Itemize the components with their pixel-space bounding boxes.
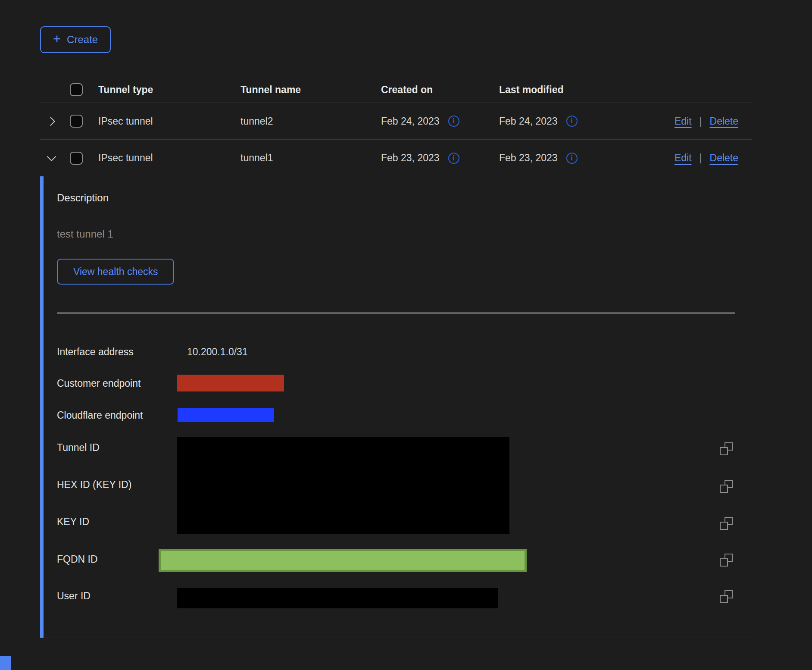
chevron-down-icon — [47, 152, 56, 161]
header-tunnel-type: Tunnel type — [98, 84, 240, 96]
tunnel-id-label: Tunnel ID — [57, 441, 100, 454]
cloudflare-endpoint-label: Cloudflare endpoint — [57, 409, 143, 421]
edit-link[interactable]: Edit — [675, 116, 692, 127]
hex-id-label: HEX ID (KEY ID) — [57, 479, 131, 491]
tunnels-table: Tunnel type Tunnel name Created on Last … — [40, 65, 752, 176]
delete-link[interactable]: Delete — [710, 152, 738, 164]
user-id-redacted-value — [177, 588, 498, 608]
plus-icon: + — [53, 32, 61, 46]
fqdn-id-label: FQDN ID — [57, 553, 98, 565]
create-button-label: Create — [67, 34, 98, 46]
copy-icon — [720, 554, 733, 567]
created-on-cell: Feb 24, 2023 — [381, 116, 440, 127]
copy-user-id-button[interactable] — [720, 590, 734, 604]
customer-endpoint-redacted-value — [177, 375, 284, 391]
last-modified-cell: Feb 24, 2023 — [499, 116, 558, 127]
bottom-left-accent — [0, 656, 11, 670]
header-tunnel-name: Tunnel name — [240, 84, 381, 96]
delete-link[interactable]: Delete — [710, 116, 738, 127]
copy-icon — [720, 590, 733, 603]
last-modified-cell: Feb 23, 2023 — [499, 152, 558, 164]
edit-link[interactable]: Edit — [675, 152, 692, 164]
tunnel-type-cell: IPsec tunnel — [98, 116, 240, 127]
copy-icon — [720, 480, 733, 493]
interface-address-label: Interface address — [57, 346, 134, 358]
expand-row-button[interactable] — [43, 113, 60, 130]
description-value: test tunnel 1 — [57, 228, 113, 240]
table-row: IPsec tunnel tunnel1 Feb 23, 2023 i Feb … — [40, 140, 752, 176]
table-row: IPsec tunnel tunnel2 Feb 24, 2023 i Feb … — [40, 103, 752, 140]
header-last-modified: Last modified — [499, 84, 624, 96]
customer-endpoint-label: Customer endpoint — [57, 377, 141, 389]
tunnel-type-cell: IPsec tunnel — [98, 152, 240, 164]
copy-icon — [720, 442, 733, 455]
collapse-row-button[interactable] — [43, 150, 60, 167]
fqdn-id-redacted-value — [159, 549, 527, 572]
tunnel-name-cell: tunnel1 — [240, 152, 381, 164]
copy-tunnel-id-button[interactable] — [720, 442, 734, 456]
key-id-label: KEY ID — [57, 516, 89, 528]
section-divider — [57, 313, 735, 313]
description-label: Description — [57, 192, 109, 204]
table-header: Tunnel type Tunnel name Created on Last … — [40, 65, 752, 103]
copy-key-id-button[interactable] — [720, 517, 734, 530]
cloudflare-endpoint-redacted-value — [178, 408, 274, 422]
copy-icon — [720, 517, 733, 530]
info-icon[interactable]: i — [448, 116, 459, 127]
created-on-cell: Feb 23, 2023 — [381, 152, 440, 164]
actions-separator: | — [700, 116, 702, 127]
tunnels-page: + Create Tunnel type Tunnel name Created… — [0, 0, 812, 670]
copy-fqdn-id-button[interactable] — [720, 553, 734, 567]
tunnel-details-panel: Description test tunnel 1 View health ch… — [40, 176, 752, 638]
expanded-row-accent-bar — [40, 176, 44, 638]
create-button[interactable]: + Create — [40, 26, 111, 53]
row-checkbox[interactable] — [70, 115, 83, 128]
view-health-checks-button[interactable]: View health checks — [57, 259, 174, 285]
chevron-right-icon — [46, 116, 55, 125]
header-created-on: Created on — [381, 84, 499, 96]
user-id-label: User ID — [57, 590, 91, 602]
ids-redacted-value — [177, 437, 509, 534]
interface-address-value: 10.200.1.0/31 — [187, 346, 248, 358]
copy-hex-id-button[interactable] — [720, 479, 734, 493]
tunnel-name-cell: tunnel2 — [240, 116, 381, 127]
row-checkbox[interactable] — [70, 152, 83, 165]
info-icon[interactable]: i — [566, 116, 578, 127]
select-all-checkbox[interactable] — [70, 83, 83, 96]
info-icon[interactable]: i — [448, 153, 459, 164]
info-icon[interactable]: i — [566, 153, 578, 164]
actions-separator: | — [700, 152, 702, 164]
